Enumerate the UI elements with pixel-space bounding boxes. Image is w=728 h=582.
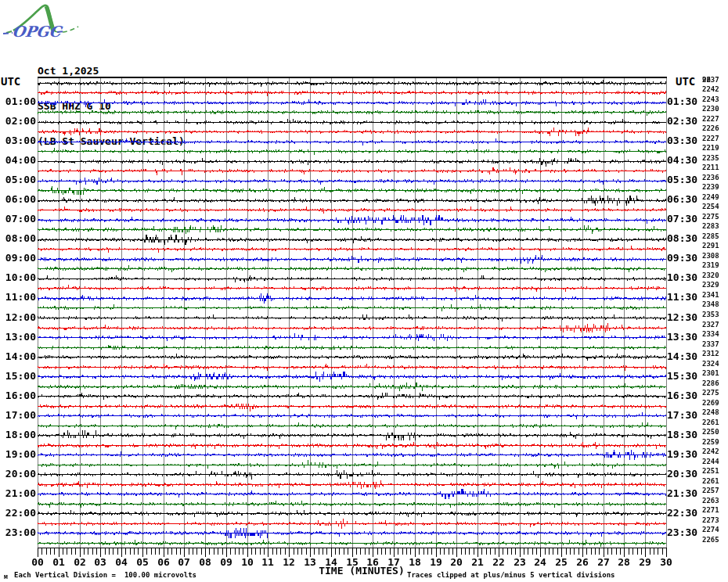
right-bias-value: 2261: [702, 477, 719, 485]
right-bias-value: 2251: [702, 467, 719, 475]
minute-tick-label: 12: [280, 556, 297, 568]
right-time-label: 02:30: [667, 116, 703, 127]
right-bias-value: 2257: [702, 487, 719, 494]
right-bias-value: 2242: [702, 447, 719, 455]
right-time-label: 14:30: [667, 351, 703, 362]
left-time-label: 21:00: [0, 488, 36, 499]
left-time-label: 02:00: [0, 116, 36, 127]
right-bias-value: 2327: [702, 321, 719, 329]
right-bias-value: 2312: [702, 350, 719, 357]
right-bias-value: 2308: [702, 252, 719, 260]
clipping-note: Traces clipped at plus/minus 5 vertical …: [407, 571, 615, 579]
right-bias-value: 2226: [702, 124, 719, 132]
right-bias-value: 2271: [702, 506, 719, 514]
right-time-label: 06:30: [667, 194, 703, 205]
right-bias-value: 2319: [702, 261, 719, 269]
vertical-division-note: Each Vertical Division = 100.00 microvol…: [14, 571, 196, 579]
right-bias-value: 2227: [702, 135, 719, 142]
minute-tick-label: 23: [511, 556, 528, 568]
right-bias-value: 2235: [702, 154, 719, 162]
right-time-label: 09:30: [667, 253, 703, 264]
right-bias-value: 2259: [702, 438, 719, 446]
right-bias-value: 2275: [702, 213, 719, 221]
right-time-label: 19:30: [667, 449, 703, 460]
minute-tick-label: 10: [239, 556, 256, 568]
left-time-label: 13:00: [0, 332, 36, 343]
right-bias-value: 2219: [702, 144, 719, 152]
right-bias-value: 2285: [702, 232, 719, 240]
minute-tick-label: 25: [553, 556, 570, 568]
right-bias-value: 2249: [702, 193, 719, 201]
right-bias-value: 2286: [702, 379, 719, 387]
minute-tick-label: 03: [92, 556, 109, 568]
left-time-label: 11:00: [0, 292, 36, 303]
right-bias-value: 2263: [702, 497, 719, 505]
left-time-label: 08:00: [0, 233, 36, 244]
right-bias-value: 2337: [702, 340, 719, 348]
right-bias-value: 2341: [702, 291, 719, 299]
left-time-label: 09:00: [0, 253, 36, 264]
right-bias-value: 2291: [702, 242, 719, 250]
right-bias-value: 2265: [702, 536, 719, 544]
right-bias-value: 2239: [702, 183, 719, 191]
right-bias-value: 2269: [702, 399, 719, 407]
left-time-label: 14:00: [0, 351, 36, 362]
right-bias-value: 2236: [702, 174, 719, 181]
right-bias-value: 2254: [702, 203, 719, 210]
minute-tick-label: 20: [448, 556, 465, 568]
right-time-label: 05:30: [667, 174, 703, 185]
right-time-label: 20:30: [667, 469, 703, 480]
minute-tick-label: 29: [636, 556, 654, 568]
minute-tick-label: 00: [29, 556, 46, 568]
right-bias-value: 2273: [702, 516, 719, 524]
right-bias-value: 2324: [702, 360, 719, 368]
left-time-label: 10:00: [0, 272, 36, 283]
minute-tick-label: 19: [427, 556, 445, 568]
left-time-label: 19:00: [0, 449, 36, 460]
minute-tick-label: 11: [259, 556, 276, 568]
right-bias-value: 2248: [702, 408, 719, 416]
left-time-label: 05:00: [0, 174, 36, 185]
right-time-label: 16:30: [667, 390, 703, 401]
minute-tick-label: 30: [658, 556, 675, 568]
minute-tick-label: 21: [469, 556, 486, 568]
corner-glyph: м: [4, 573, 8, 580]
right-time-label: 10:30: [667, 272, 703, 283]
minute-tick-label: 09: [218, 556, 235, 568]
minute-tick-label: 05: [134, 556, 151, 568]
minute-tick-label: 24: [532, 556, 549, 568]
right-bias-value: 2211: [702, 163, 719, 171]
right-time-label: 15:30: [667, 371, 703, 382]
left-time-label: 16:00: [0, 390, 36, 401]
right-time-label: 04:30: [667, 155, 703, 166]
right-bias-value: 2230: [702, 105, 719, 113]
left-time-label: 06:00: [0, 194, 36, 205]
right-bias-value: 2250: [702, 428, 719, 436]
right-time-label: 11:30: [667, 292, 703, 303]
right-time-label: 13:30: [667, 332, 703, 343]
left-time-label: 04:00: [0, 155, 36, 166]
right-bias-value: 2261: [702, 419, 719, 426]
right-bias-value: 2227: [702, 115, 719, 123]
right-bias-value: 2275: [702, 389, 719, 397]
minute-tick-label: 08: [196, 556, 214, 568]
left-time-label: 20:00: [0, 469, 36, 480]
left-time-label: 15:00: [0, 371, 36, 382]
left-time-label: 22:00: [0, 508, 36, 519]
right-bias-value: 2348: [702, 300, 719, 308]
right-bias-value: 2274: [702, 526, 719, 534]
right-time-label: 03:30: [667, 135, 703, 146]
minute-tick-label: 06: [155, 556, 172, 568]
right-bias-value: 2301: [702, 369, 719, 377]
right-time-label: 22:30: [667, 508, 703, 519]
left-time-label: 03:00: [0, 135, 36, 146]
minute-tick-label: 04: [113, 556, 130, 568]
webicorder-page: OPGC Oct 1,2025 SSB HHZ G 10 (LB St Sauv…: [0, 0, 728, 582]
right-bias-value: 2353: [702, 311, 719, 318]
left-time-label: 12:00: [0, 312, 36, 323]
right-time-label: 07:30: [667, 214, 703, 225]
right-time-label: 08:30: [667, 233, 703, 244]
right-time-label: 17:30: [667, 410, 703, 421]
right-time-label: 18:30: [667, 429, 703, 440]
left-time-label: 17:00: [0, 410, 36, 421]
